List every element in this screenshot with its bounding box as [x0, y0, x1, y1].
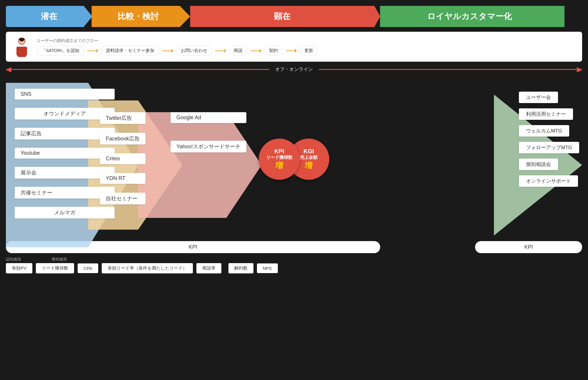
flow-content: ユーザーの契約成立までのフロー 「SATORI」を認知 ⟶ 資料請求・セミナー参… — [36, 38, 575, 56]
flow-arrow-5: ⟶ — [285, 46, 297, 56]
flow-steps: 「SATORI」を認知 ⟶ 資料請求・セミナー参加 ⟶ お問い合わせ ⟶ 商談 … — [36, 46, 575, 56]
item-owned-media: オウンドメディア — [15, 108, 115, 120]
item-magazine: メルマガ — [15, 207, 115, 218]
off-online-label: オフ・オンライン — [269, 66, 319, 73]
kgi-sub: 売上金額 — [300, 155, 318, 160]
flow-arrow-2: ⟶ — [162, 46, 173, 56]
metric-5: 商談率 — [196, 263, 221, 273]
item-twitter-ad: Twitter広告 — [100, 112, 146, 124]
item-joint-seminar: 共催セミナー — [15, 187, 115, 199]
flow-arrow-1: ⟶ — [87, 46, 98, 56]
user-avatar — [13, 36, 31, 57]
item-exhibition: 展示会 — [15, 167, 115, 179]
item-youtube: Youtube — [15, 148, 115, 159]
flow-step-6: 更新 — [299, 46, 318, 56]
item-google-ad: Google Ad — [171, 112, 246, 123]
metrics-tags-row: 有効PV リード獲得数 CPA 有効リード率（条件を満たしたリード） 商談率 解… — [6, 263, 278, 273]
stage-header: 潜在 比較・検討 顕在 ロイヤルカスタマー化 — [6, 6, 582, 27]
right-arrow-icon: ▶ — [577, 65, 582, 73]
kgi-label: KGI — [303, 148, 314, 155]
loyal-item-1: ユーザー会 — [519, 92, 558, 103]
stage-compare: 比較・検討 — [86, 6, 190, 27]
loyal-item-2: 利用活用セミナー — [519, 108, 573, 120]
item-facebook-ad: Facebook広告 — [100, 133, 146, 144]
kpi-sub: リード獲得数 — [266, 155, 293, 160]
flow-step-1: 「SATORI」を認知 — [36, 46, 84, 56]
main-container: 潜在 比較・検討 顕在 ロイヤルカスタマー化 ユーザーの契約成立までのフロー 「… — [6, 6, 582, 273]
awareness-label: 認知施策 — [6, 257, 24, 262]
flow-step-3: お問い合わせ — [176, 46, 212, 56]
off-online-bar: ◀ オフ・オンライン ▶ — [6, 65, 582, 74]
left-items: SNS オウンドメディア 記事広告 Youtube 展示会 共催セミナー メルマ… — [15, 89, 115, 218]
flow-arrow-3: ⟶ — [215, 46, 226, 56]
stage-active: 顕在 — [184, 6, 380, 27]
loyal-item-4: フォローアップMTG — [519, 142, 579, 153]
flow-arrow-4: ⟶ — [250, 46, 262, 56]
flow-label: ユーザーの契約成立までのフロー — [36, 38, 575, 43]
item-yahoo-search: Yahoo!スポンサードサーチ — [171, 141, 246, 152]
flow-step-5: 契約 — [264, 46, 283, 56]
left-arrow-icon: ◀ — [6, 65, 11, 73]
item-criteo: Criteo — [100, 153, 146, 164]
item-own-seminar: 自社セミナー — [100, 193, 146, 204]
metric-3: CPA — [78, 263, 98, 273]
item-ydn-rt: YDN RT — [100, 173, 146, 184]
metric-labels-row: 認知施策 獲得施策 — [6, 257, 278, 262]
kpi-value: 増 — [275, 160, 283, 171]
main-diagram: SNS オウンドメディア 記事広告 Youtube 展示会 共催セミナー メルマ… — [6, 77, 582, 253]
stage-loyal: ロイヤルカスタマー化 — [374, 6, 564, 27]
metrics-group: 認知施策 獲得施策 有効PV リード獲得数 CPA 有効リード率（条件を満たした… — [6, 257, 278, 273]
loyal-item-5: 個別相談会 — [519, 159, 558, 170]
metric-6: 解約数 — [228, 263, 253, 273]
loyal-items: ユーザー会 利用活用セミナー ウェルカムMTG フォローアップMTG 個別相談会… — [519, 92, 579, 187]
kpi-label: KPI — [274, 148, 284, 155]
user-flow-section: ユーザーの契約成立までのフロー 「SATORI」を認知 ⟶ 資料請求・セミナー参… — [6, 32, 582, 62]
metric-7: NPS — [257, 263, 278, 273]
item-sns: SNS — [15, 89, 115, 100]
mid-items: Twitter広告 Facebook広告 Criteo YDN RT 自社セミナ… — [100, 112, 146, 204]
kgi-value: 増 — [305, 160, 313, 171]
item-article-ad: 記事広告 — [15, 128, 115, 139]
metric-4: 有効リード率（条件を満たしたリード） — [102, 263, 193, 273]
bottom-metrics: 認知施策 獲得施策 有効PV リード獲得数 CPA 有効リード率（条件を満たした… — [6, 257, 582, 273]
svg-rect-2 — [16, 47, 27, 56]
right-items: Google Ad Yahoo!スポンサードサーチ — [171, 112, 246, 152]
acquisition-label: 獲得施策 — [52, 257, 67, 262]
stage-potential: 潜在 — [6, 6, 92, 27]
metric-1: 有効PV — [6, 263, 32, 273]
flow-step-2: 資料請求・セミナー参加 — [101, 46, 159, 56]
loyal-item-3: ウェルカムMTG — [519, 125, 569, 137]
kpi-circle: KPI リード獲得数 増 — [259, 139, 300, 180]
metric-2: リード獲得数 — [36, 263, 74, 273]
loyal-item-6: オンラインサポート — [519, 175, 578, 187]
flow-step-4: 商談 — [229, 46, 248, 56]
